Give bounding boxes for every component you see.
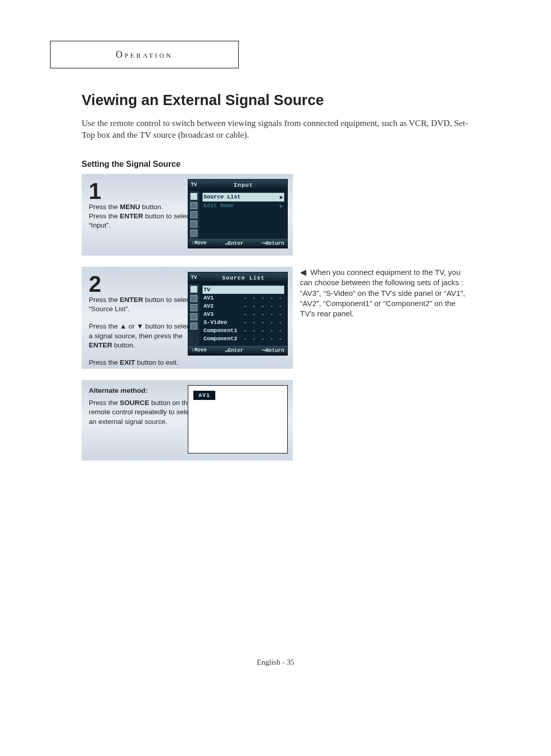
osd-source-list: TV Source List TV AV1- - - - - AV2- - - … (188, 272, 288, 356)
sidebar-icon (190, 322, 197, 330)
osd2-row: S-Video- - - - - (203, 318, 284, 326)
step-2-text-b: Press the ▲ or ▼ button to select a sign… (89, 322, 196, 350)
step-2-number: 2 (89, 273, 196, 295)
step-1-panel: 1 Press the MENU button. Press the ENTER… (82, 174, 293, 256)
step-2-panel: 2 Press the ENTER button to select “Sour… (82, 267, 293, 369)
osd2-title: Source List (199, 275, 287, 281)
osd2-footer: ↕Move ↵Enter ⤳Return (188, 346, 287, 355)
subheading: Setting the Signal Source (82, 160, 474, 169)
alt-method-heading: Alternate method: (89, 386, 196, 395)
chevron-right-icon: ▶ (280, 194, 283, 200)
sidebar-icon (190, 202, 197, 209)
sidebar-icon (190, 304, 197, 311)
side-note: ◀ When you connect equipment to the TV, … (300, 267, 468, 319)
osd1-title: Input (199, 182, 287, 188)
osd1-list: Source List ▶ Edit Name ▶ (199, 191, 287, 239)
step-1-number: 1 (89, 180, 196, 203)
section-header-box: Operation (50, 41, 239, 68)
sidebar-icon (190, 230, 197, 237)
footer-enter: ↵Enter (225, 240, 243, 246)
page-title: Viewing an External Signal Source (82, 92, 474, 109)
sidebar-icon (190, 295, 197, 302)
osd-input-menu: TV Input Source List ▶ Edit (188, 179, 288, 248)
osd2-row: AV1- - - - - (203, 294, 284, 302)
step-2-text-a: Press the ENTER button to select “Source… (89, 295, 196, 314)
alt-method-text: Press the SOURCE button on the remote co… (89, 398, 196, 426)
osd2-row: AV3- - - - - (203, 310, 284, 318)
step-1-text: Press the MENU button. Press the ENTER b… (89, 203, 196, 231)
osd2-row: TV (203, 286, 284, 294)
osd2-list: TV AV1- - - - - AV2- - - - - AV3- - - - … (199, 284, 287, 346)
osd3-label: AV1 (193, 391, 215, 400)
section-header: Operation (116, 49, 173, 60)
osd2-sidebar (188, 284, 199, 346)
footer-move: ↕Move (191, 240, 207, 246)
page-footer: English - 35 (0, 658, 551, 667)
footer-return: ⤳Return (262, 347, 284, 354)
sidebar-icon (190, 286, 197, 293)
step-2-text-c: Press the EXIT button to exit. (89, 358, 196, 367)
osd1-sidebar (188, 191, 199, 239)
footer-enter: ↵Enter (225, 347, 243, 354)
osd1-row-source-list: Source List ▶ (203, 193, 284, 201)
osd2-row: Component1- - - - - (203, 326, 284, 335)
alternate-method-panel: Alternate method: Press the SOURCE butto… (82, 380, 293, 461)
osd1-tv-label: TV (188, 182, 199, 188)
sidebar-icon (190, 313, 197, 320)
triangle-left-icon: ◀ (300, 268, 306, 276)
osd2-tv-label: TV (188, 275, 199, 281)
sidebar-icon (190, 211, 197, 218)
intro-paragraph: Use the remote control to switch between… (82, 118, 469, 141)
footer-return: ⤳Return (262, 240, 284, 246)
osd2-row: Component2- - - - - (203, 335, 284, 343)
osd1-row-edit-name: Edit Name ▶ (203, 201, 284, 210)
chevron-right-icon: ▶ (280, 203, 283, 209)
sidebar-icon (190, 193, 197, 200)
osd1-footer: ↕Move ↵Enter ⤳Return (188, 239, 287, 248)
osd2-row: AV2- - - - - (203, 302, 284, 310)
sidebar-icon (190, 220, 197, 228)
footer-move: ↕Move (191, 347, 207, 354)
osd-source-indicator: AV1 (188, 385, 288, 453)
